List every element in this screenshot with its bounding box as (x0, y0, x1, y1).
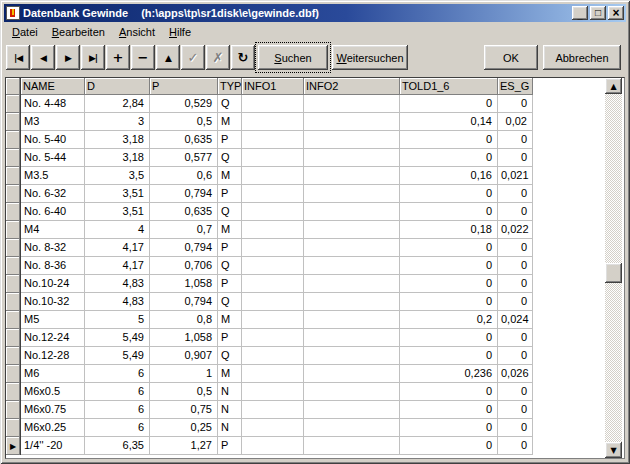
grid-cell-name[interactable]: No.10-24 (21, 275, 85, 293)
grid-cell-info1[interactable] (242, 437, 304, 455)
grid-cell-told1_6[interactable]: 0 (400, 203, 498, 221)
grid-cell-d[interactable]: 3,18 (85, 149, 150, 167)
grid-cell-p[interactable]: 0,7 (150, 221, 218, 239)
grid-cell-es_g[interactable]: 0 (498, 401, 533, 419)
grid-cell-p[interactable]: 1,27 (150, 437, 218, 455)
grid-cell-info2[interactable] (304, 293, 400, 311)
grid-cell-d[interactable]: 2,84 (85, 95, 150, 113)
grid-cell-es_g[interactable]: 0 (498, 203, 533, 221)
grid-cell-typ[interactable]: P (218, 239, 242, 257)
grid-cell-info1[interactable] (242, 185, 304, 203)
minimize-button[interactable]: _ (572, 6, 588, 20)
grid-cell-es_g[interactable]: 0,024 (498, 311, 533, 329)
record-selector[interactable] (6, 347, 21, 365)
grid-cell-told1_6[interactable]: 0,236 (400, 365, 498, 383)
grid-cell-typ[interactable]: Q (218, 95, 242, 113)
grid-cell-info2[interactable] (304, 95, 400, 113)
grid-cell-told1_6[interactable]: 0 (400, 383, 498, 401)
grid-cell-info2[interactable] (304, 221, 400, 239)
grid-cell-typ[interactable]: M (218, 167, 242, 185)
grid-cell-info2[interactable] (304, 401, 400, 419)
grid-cell-typ[interactable]: Q (218, 293, 242, 311)
ok-button[interactable]: OK (484, 45, 538, 70)
grid-cell-es_g[interactable]: 0,02 (498, 113, 533, 131)
grid-cell-p[interactable]: 1,058 (150, 329, 218, 347)
grid-cell-info1[interactable] (242, 131, 304, 149)
grid-cell-es_g[interactable]: 0 (498, 185, 533, 203)
grid-cell-name[interactable]: M6x0.75 (21, 401, 85, 419)
grid-cell-info2[interactable] (304, 203, 400, 221)
grid-cell-info1[interactable] (242, 221, 304, 239)
grid-cell-info2[interactable] (304, 239, 400, 257)
grid-cell-info1[interactable] (242, 365, 304, 383)
grid-cell-p[interactable]: 0,577 (150, 149, 218, 167)
cancel-edit-button[interactable]: ✗ (206, 45, 230, 70)
grid-cell-info2[interactable] (304, 131, 400, 149)
grid-cell-name[interactable]: No. 8-32 (21, 239, 85, 257)
record-selector[interactable] (6, 311, 21, 329)
grid-cell-es_g[interactable]: 0 (498, 257, 533, 275)
maximize-button[interactable]: □ (590, 6, 606, 20)
grid-cell-info1[interactable] (242, 401, 304, 419)
scrollbar-thumb[interactable] (605, 263, 622, 283)
grid-cell-p[interactable]: 0,794 (150, 185, 218, 203)
record-selector-current[interactable]: ▶ (6, 437, 21, 455)
column-header-es_g[interactable]: ES_G (498, 78, 533, 95)
grid-cell-typ[interactable]: Q (218, 203, 242, 221)
record-selector[interactable] (6, 329, 21, 347)
grid-cell-d[interactable]: 6 (85, 419, 150, 437)
grid-cell-d[interactable]: 4 (85, 221, 150, 239)
column-header-p[interactable]: P (150, 78, 218, 95)
grid-cell-typ[interactable]: M (218, 365, 242, 383)
grid-cell-d[interactable]: 3,18 (85, 131, 150, 149)
grid-cell-es_g[interactable]: 0 (498, 347, 533, 365)
grid-cell-es_g[interactable]: 0 (498, 293, 533, 311)
record-selector[interactable] (6, 275, 21, 293)
grid-cell-typ[interactable]: N (218, 383, 242, 401)
grid-cell-d[interactable]: 6,35 (85, 437, 150, 455)
grid-cell-typ[interactable]: M (218, 311, 242, 329)
grid-cell-info2[interactable] (304, 149, 400, 167)
grid-cell-info2[interactable] (304, 365, 400, 383)
grid-cell-info1[interactable] (242, 383, 304, 401)
grid-cell-name[interactable]: M6x0.25 (21, 419, 85, 437)
first-record-button[interactable]: |◀ (6, 45, 30, 70)
grid-cell-told1_6[interactable]: 0 (400, 419, 498, 437)
grid-cell-name[interactable]: No. 6-40 (21, 203, 85, 221)
grid-cell-told1_6[interactable]: 0 (400, 239, 498, 257)
cancel-button[interactable]: Abbrechen (543, 45, 621, 70)
grid-cell-p[interactable]: 1,058 (150, 275, 218, 293)
grid-cell-info1[interactable] (242, 149, 304, 167)
grid-cell-told1_6[interactable]: 0 (400, 185, 498, 203)
grid-cell-es_g[interactable]: 0 (498, 437, 533, 455)
grid-cell-info1[interactable] (242, 203, 304, 221)
grid-cell-name[interactable]: No.12-28 (21, 347, 85, 365)
grid-cell-name[interactable]: No. 5-40 (21, 131, 85, 149)
grid-cell-d[interactable]: 5,49 (85, 329, 150, 347)
menu-item-ansicht[interactable]: Ansicht (112, 24, 162, 40)
grid-cell-es_g[interactable]: 0,026 (498, 365, 533, 383)
grid-cell-info2[interactable] (304, 419, 400, 437)
column-header-typ[interactable]: TYP (218, 78, 242, 95)
record-selector[interactable] (6, 257, 21, 275)
grid-cell-es_g[interactable]: 0 (498, 383, 533, 401)
grid-cell-told1_6[interactable]: 0,2 (400, 311, 498, 329)
scroll-up-button[interactable]: ▲ (605, 78, 622, 94)
grid-cell-told1_6[interactable]: 0 (400, 131, 498, 149)
grid-cell-es_g[interactable]: 0 (498, 329, 533, 347)
scrollbar-track[interactable] (605, 94, 622, 442)
grid-cell-typ[interactable]: P (218, 185, 242, 203)
grid-cell-name[interactable]: No. 4-48 (21, 95, 85, 113)
grid-cell-told1_6[interactable]: 0,16 (400, 167, 498, 185)
menu-item-bearbeiten[interactable]: Bearbeiten (45, 24, 112, 40)
grid-cell-name[interactable]: No. 6-32 (21, 185, 85, 203)
record-selector[interactable] (6, 131, 21, 149)
grid-cell-told1_6[interactable]: 0 (400, 347, 498, 365)
grid-cell-d[interactable]: 4,83 (85, 293, 150, 311)
grid-cell-p[interactable]: 0,5 (150, 383, 218, 401)
record-selector[interactable] (6, 221, 21, 239)
grid-cell-p[interactable]: 0,706 (150, 257, 218, 275)
grid-cell-p[interactable]: 0,794 (150, 293, 218, 311)
grid-cell-d[interactable]: 6 (85, 383, 150, 401)
grid-cell-d[interactable]: 6 (85, 401, 150, 419)
